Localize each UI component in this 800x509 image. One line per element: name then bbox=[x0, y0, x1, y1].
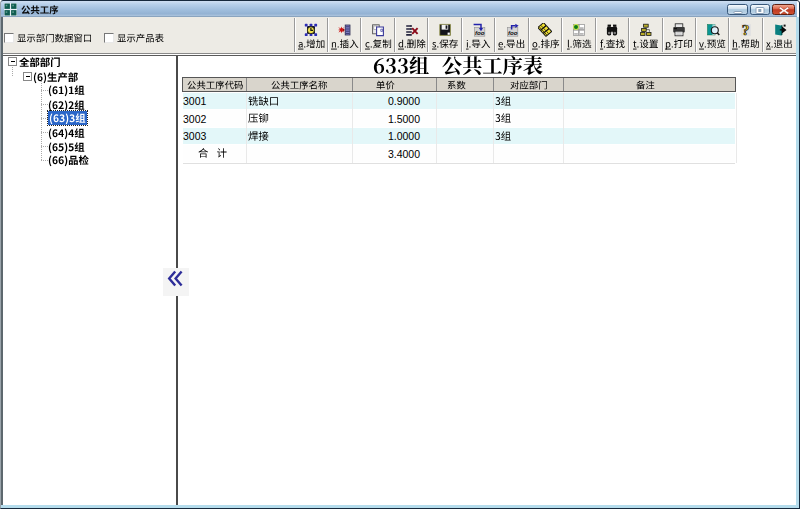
svg-text:foo: foo bbox=[475, 28, 485, 35]
svg-text:foo: foo bbox=[508, 28, 518, 35]
svg-text:?: ? bbox=[742, 23, 750, 37]
